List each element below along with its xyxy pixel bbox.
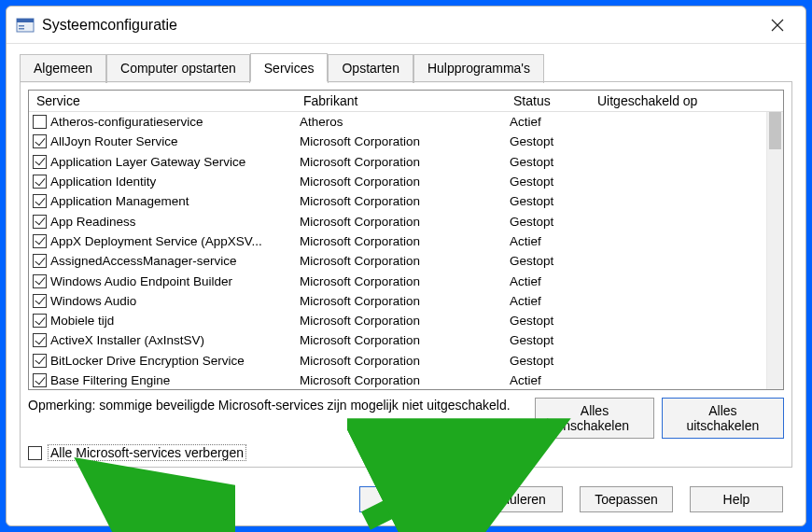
service-name: Mobiele tijd xyxy=(50,314,114,328)
service-manufacturer: Microsoft Corporation xyxy=(300,234,510,248)
table-row[interactable]: Application Layer Gateway ServiceMicroso… xyxy=(29,152,783,172)
list-header: Service Fabrikant Status Uitgeschakeld o… xyxy=(29,91,783,112)
hide-ms-label[interactable]: Alle Microsoft-services verbergen xyxy=(48,444,246,461)
scrollbar-thumb[interactable] xyxy=(769,112,781,149)
table-row[interactable]: AssignedAccessManager-serviceMicrosoft C… xyxy=(29,251,783,271)
ok-button[interactable]: OK xyxy=(359,486,453,512)
note-text: Opmerking: sommige beveiligde Microsoft-… xyxy=(28,398,527,413)
service-checkbox[interactable] xyxy=(33,354,47,368)
service-status: Gestopt xyxy=(510,215,594,229)
service-manufacturer: Microsoft Corporation xyxy=(300,373,510,387)
service-name: Application Layer Gateway Service xyxy=(50,155,245,169)
disable-all-button[interactable]: Alles uitschakelen xyxy=(662,398,784,439)
service-status: Actief xyxy=(510,234,594,248)
column-service[interactable]: Service xyxy=(33,93,303,108)
hide-ms-row: Alle Microsoft-services verbergen xyxy=(28,444,784,461)
column-manufacturer[interactable]: Fabrikant xyxy=(303,93,513,108)
service-name: AppX Deployment Service (AppXSV... xyxy=(50,234,262,248)
table-row[interactable]: Base Filtering EngineMicrosoft Corporati… xyxy=(29,371,783,389)
service-manufacturer: Microsoft Corporation xyxy=(300,314,510,328)
svg-rect-3 xyxy=(19,28,24,30)
tab-row: Algemeen Computer opstarten Services Ops… xyxy=(7,44,805,82)
service-manufacturer: Atheros xyxy=(300,115,510,129)
below-list-row: Opmerking: sommige beveiligde Microsoft-… xyxy=(28,398,784,439)
service-manufacturer: Microsoft Corporation xyxy=(300,274,510,288)
service-manufacturer: Microsoft Corporation xyxy=(300,254,510,268)
service-status: Gestopt xyxy=(510,333,594,347)
table-row[interactable]: Windows AudioMicrosoft CorporationActief xyxy=(29,291,783,311)
table-row[interactable]: Application IdentityMicrosoft Corporatio… xyxy=(29,172,783,191)
service-status: Gestopt xyxy=(510,155,594,169)
table-row[interactable]: BitLocker Drive Encryption ServiceMicros… xyxy=(29,351,783,371)
svg-rect-2 xyxy=(19,25,24,27)
table-row[interactable]: Application ManagementMicrosoft Corporat… xyxy=(29,191,783,211)
dialog-buttons: OK Annuleren Toepassen Help xyxy=(7,477,805,525)
service-checkbox[interactable] xyxy=(33,134,47,148)
service-checkbox[interactable] xyxy=(33,194,47,208)
window-title: Systeemconfiguratie xyxy=(42,17,177,34)
service-checkbox[interactable] xyxy=(33,215,47,229)
service-status: Actief xyxy=(510,294,594,308)
column-status[interactable]: Status xyxy=(513,93,597,108)
service-name: Base Filtering Engine xyxy=(50,373,170,387)
service-manufacturer: Microsoft Corporation xyxy=(300,194,510,208)
hide-ms-checkbox[interactable] xyxy=(28,446,42,460)
service-name: BitLocker Drive Encryption Service xyxy=(50,354,245,368)
service-manufacturer: Microsoft Corporation xyxy=(300,155,510,169)
service-name: ActiveX Installer (AxInstSV) xyxy=(50,333,204,347)
table-row[interactable]: App ReadinessMicrosoft CorporationGestop… xyxy=(29,211,783,231)
service-name: AllJoyn Router Service xyxy=(50,134,178,148)
service-checkbox[interactable] xyxy=(33,274,47,288)
service-checkbox[interactable] xyxy=(33,115,47,129)
service-manufacturer: Microsoft Corporation xyxy=(300,175,510,189)
tab-boot[interactable]: Computer opstarten xyxy=(106,54,250,83)
service-checkbox[interactable] xyxy=(33,314,47,328)
service-name: Application Identity xyxy=(50,175,156,189)
msconfig-icon xyxy=(16,16,35,35)
service-checkbox[interactable] xyxy=(33,373,47,387)
table-row[interactable]: Atheros-configuratieserviceAtherosActief xyxy=(29,112,783,132)
service-name: Application Management xyxy=(50,194,189,208)
close-button[interactable] xyxy=(759,11,796,39)
service-checkbox[interactable] xyxy=(33,234,47,248)
table-row[interactable]: ActiveX Installer (AxInstSV)Microsoft Co… xyxy=(29,330,783,350)
service-name: Windows Audio xyxy=(50,294,136,308)
svg-rect-1 xyxy=(17,19,34,22)
service-checkbox[interactable] xyxy=(33,155,47,169)
service-manufacturer: Microsoft Corporation xyxy=(300,333,510,347)
service-status: Gestopt xyxy=(510,354,594,368)
msconfig-window: Systeemconfiguratie Algemeen Computer op… xyxy=(6,6,806,526)
tab-startup[interactable]: Opstarten xyxy=(328,54,413,83)
tab-general[interactable]: Algemeen xyxy=(20,54,106,83)
column-disabled-date[interactable]: Uitgeschakeld op xyxy=(597,93,747,108)
table-row[interactable]: Mobiele tijdMicrosoft CorporationGestopt xyxy=(29,311,783,330)
cancel-button[interactable]: Annuleren xyxy=(469,486,563,512)
table-row[interactable]: AllJoyn Router ServiceMicrosoft Corporat… xyxy=(29,132,783,151)
tab-tools[interactable]: Hulpprogramma's xyxy=(413,54,544,83)
scrollbar[interactable] xyxy=(766,112,783,389)
service-name: App Readiness xyxy=(50,215,136,229)
services-panel: Service Fabrikant Status Uitgeschakeld o… xyxy=(20,81,792,468)
enable-all-button[interactable]: Alles inschakelen xyxy=(535,398,654,439)
list-body: Atheros-configuratieserviceAtherosActief… xyxy=(29,112,783,389)
service-status: Actief xyxy=(510,274,594,288)
service-manufacturer: Microsoft Corporation xyxy=(300,354,510,368)
service-name: Windows Audio Endpoint Builder xyxy=(50,274,232,288)
help-button[interactable]: Help xyxy=(690,486,783,512)
service-manufacturer: Microsoft Corporation xyxy=(300,215,510,229)
service-name: Atheros-configuratieservice xyxy=(50,115,203,129)
service-status: Gestopt xyxy=(510,314,594,328)
tab-services[interactable]: Services xyxy=(250,53,329,82)
table-row[interactable]: Windows Audio Endpoint BuilderMicrosoft … xyxy=(29,271,783,290)
service-checkbox[interactable] xyxy=(33,175,47,189)
titlebar: Systeemconfiguratie xyxy=(7,7,805,44)
service-status: Actief xyxy=(510,115,594,129)
service-status: Actief xyxy=(510,373,594,387)
service-checkbox[interactable] xyxy=(33,254,47,268)
table-row[interactable]: AppX Deployment Service (AppXSV...Micros… xyxy=(29,231,783,251)
service-manufacturer: Microsoft Corporation xyxy=(300,294,510,308)
service-checkbox[interactable] xyxy=(33,294,47,308)
apply-button[interactable]: Toepassen xyxy=(580,486,673,512)
service-checkbox[interactable] xyxy=(33,333,47,347)
service-manufacturer: Microsoft Corporation xyxy=(300,134,510,148)
